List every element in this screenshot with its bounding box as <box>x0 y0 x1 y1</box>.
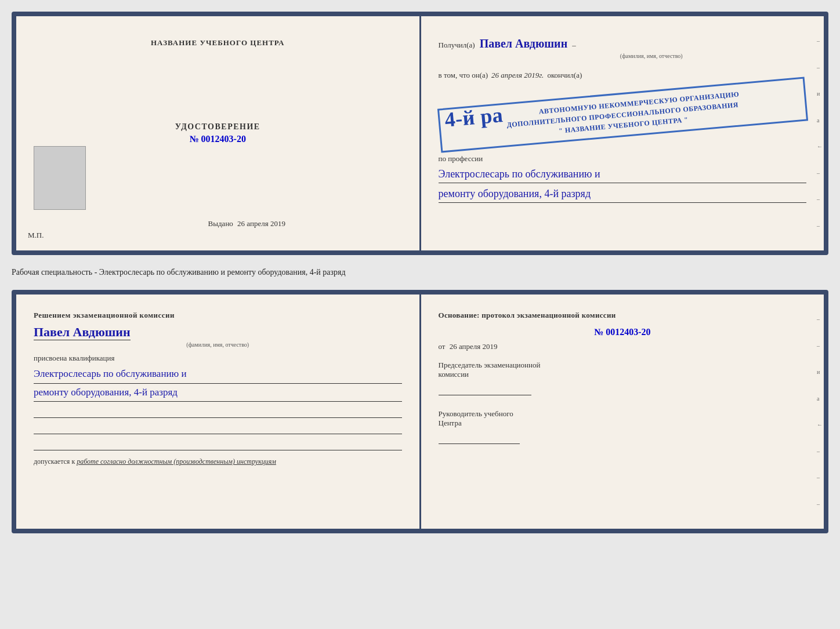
stamp-wrapper: 4-й ра АВТОНОМНУЮ НЕКОММЕРЧЕСКУЮ ОРГАНИЗ… <box>439 90 807 139</box>
vtom-date: 26 апреля 2019г. <box>491 71 544 80</box>
rank-label: 4-й ра <box>443 99 504 136</box>
vydano-label: Выдано <box>208 219 233 228</box>
mp-label: М.П. <box>28 231 44 240</box>
photo-placeholder <box>34 146 86 210</box>
prisvoena-label: присвоена квалификация <box>34 354 402 363</box>
qualification-block: Электрослесарь по обслуживанию и ремонту… <box>34 365 402 402</box>
rukovoditel-line1: Руководитель учебного <box>439 409 807 419</box>
profession-line1: Электрослесарь по обслуживанию и <box>439 166 807 183</box>
rukovoditel-sig-line <box>439 435 520 444</box>
dopuskaetsya-block: допускается к работе согласно должностны… <box>34 457 402 466</box>
stamp-block: 4-й ра АВТОНОМНУЮ НЕКОММЕРЧЕСКУЮ ОРГАНИЗ… <box>437 77 808 152</box>
okonchil-label: окончил(а) <box>547 71 582 80</box>
vtom-label: в том, что он(а) <box>439 71 488 80</box>
name-block-bottom: Павел Авдюшин (фамилия, имя, отчество) <box>34 325 402 348</box>
predsedatel-block: Председатель экзаменационной комиссии <box>439 361 807 395</box>
separator-text: Рабочая специальность - Электрослесарь п… <box>12 264 828 281</box>
fio-small-bottom: (фамилия, имя, отчество) <box>34 341 402 348</box>
udostoverenie-block: УДОСТОВЕРЕНИЕ № 0012403-20 <box>175 122 260 144</box>
predsedatel-sig-line <box>439 386 531 395</box>
bottom-doc-left: Решением экзаменационной комиссии Павел … <box>16 294 421 529</box>
rukovoditel-line2: Центра <box>439 419 807 428</box>
sig-line-3 <box>34 441 402 450</box>
rukovoditel-block: Руководитель учебного Центра <box>439 409 807 444</box>
poluchil-label: Получил(а) <box>439 41 475 50</box>
udostoverenie-number: № 0012403-20 <box>175 134 260 144</box>
top-doc-right: Получил(а) Павел Авдюшин – (фамилия, имя… <box>421 16 824 250</box>
signature-lines <box>34 409 402 450</box>
osnovanie-title: Основание: протокол экзаменационной коми… <box>439 311 807 320</box>
ot-line: от 26 апреля 2019 <box>439 342 807 351</box>
side-marks-bottom: – – и а ← – – – <box>817 306 823 517</box>
vydano-date: 26 апреля 2019 <box>237 219 285 228</box>
sig-line-1 <box>34 409 402 418</box>
ot-label: от <box>439 342 446 351</box>
top-doc-left: НАЗВАНИЕ УЧЕБНОГО ЦЕНТРА УДОСТОВЕРЕНИЕ №… <box>16 16 421 250</box>
top-document-wrapper: НАЗВАНИЕ УЧЕБНОГО ЦЕНТРА УДОСТОВЕРЕНИЕ №… <box>12 12 828 255</box>
sig-line-2 <box>34 425 402 434</box>
udostoverenie-label: УДОСТОВЕРЕНИЕ <box>175 122 260 132</box>
profession-line2: ремонту оборудования, 4-й разряд <box>439 186 807 203</box>
side-marks-top: – – и а ← – – – <box>817 28 823 239</box>
reshenie-title: Решением экзаменационной комиссии <box>34 311 402 320</box>
po-professii-label: по профессии <box>439 154 483 163</box>
recipient-name: Павел Авдюшин <box>480 37 568 50</box>
dopuskaetsya-italic: работе согласно должностным (производств… <box>77 457 276 466</box>
fio-small-top: (фамилия, имя, отчество) <box>497 53 807 59</box>
bottom-document: Решением экзаменационной комиссии Павел … <box>12 290 828 533</box>
top-document: НАЗВАНИЕ УЧЕБНОГО ЦЕНТРА УДОСТОВЕРЕНИЕ №… <box>12 12 828 255</box>
protocol-number: № 0012403-20 <box>439 327 807 337</box>
vtom-line: в том, что он(а) 26 апреля 2019г. окончи… <box>439 71 807 80</box>
bottom-name: Павел Авдюшин <box>34 325 131 340</box>
qualification-line2: ремонту оборудования, 4-й разряд <box>34 384 402 402</box>
qualification-line1: Электрослесарь по обслуживанию и <box>34 365 402 384</box>
predsedatel-line1: Председатель экзаменационной <box>439 361 807 370</box>
predsedatel-line2: комиссии <box>439 370 807 379</box>
bottom-document-wrapper: Решением экзаменационной комиссии Павел … <box>12 290 828 533</box>
bottom-doc-right: Основание: протокол экзаменационной коми… <box>421 294 824 529</box>
top-center-title: НАЗВАНИЕ УЧЕБНОГО ЦЕНТРА <box>151 38 285 48</box>
poluchil-line: Получил(а) Павел Авдюшин – <box>439 37 807 50</box>
profession-block: по профессии Электрослесарь по обслужива… <box>439 154 807 203</box>
dopuskaetsya-label: допускается к <box>34 457 75 466</box>
page-wrapper: НАЗВАНИЕ УЧЕБНОГО ЦЕНТРА УДОСТОВЕРЕНИЕ №… <box>12 12 828 533</box>
ot-date: 26 апреля 2019 <box>450 342 498 351</box>
vydano-line: Выдано 26 апреля 2019 <box>208 219 285 228</box>
